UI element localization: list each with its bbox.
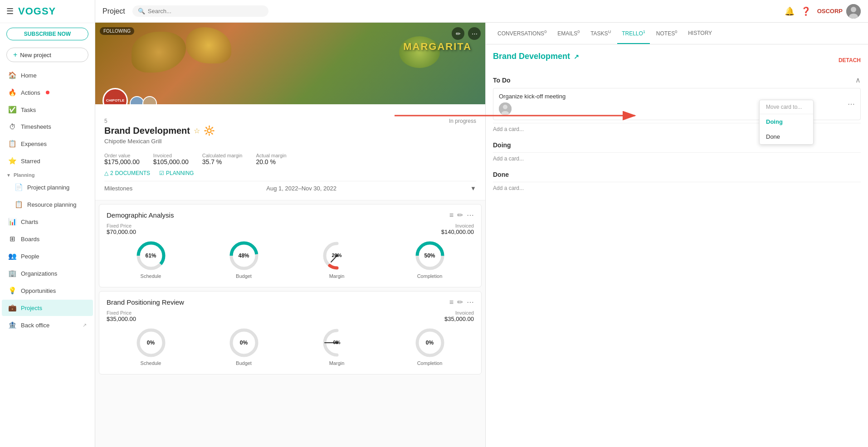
app-logo: VOGSY (18, 5, 56, 17)
completion-label-1: Completion (414, 360, 446, 366)
completion-value-1: 0% (426, 340, 434, 346)
milestones-date: Aug 1, 2022–Nov 30, 2022 (266, 185, 336, 192)
bell-icon[interactable]: 🔔 (785, 6, 795, 16)
subscribe-button[interactable]: SUBSCRIBE NOW (6, 28, 88, 40)
sidebar-item-expenses[interactable]: 📋 Expenses (2, 136, 93, 152)
service-list-icon-0[interactable]: ≡ (449, 211, 454, 219)
planning-link[interactable]: ☑ PLANNING (159, 170, 194, 176)
search-input[interactable] (148, 8, 263, 15)
calc-margin-stat: Calculated margin 35.7 % (202, 153, 243, 165)
sidebar-item-people[interactable]: 👥 People (2, 248, 93, 264)
actual-margin-value: 20.0 % (256, 158, 276, 165)
service-meta-1: Fixed Price $35,000.00 Invoiced $35,000.… (107, 310, 474, 322)
invoiced-stat: Invoiced $105,000.00 (153, 153, 189, 165)
documents-link[interactable]: △ 2 DOCUMENTS (104, 170, 150, 176)
chart-margin-1: 0% Margin (321, 327, 353, 366)
chevron-down-icon: ▼ (6, 173, 11, 178)
invoiced-value: $105,000.00 (153, 158, 189, 165)
card-menu-icon-0[interactable]: ⋯ (848, 100, 855, 108)
hero-menu-button[interactable]: ⋯ (468, 27, 481, 40)
sidebar-item-home[interactable]: 🏠 Home (2, 67, 93, 83)
planning-label: Planning (14, 172, 34, 178)
sidebar-item-resource-planning[interactable]: 📋 Resource planning (2, 196, 93, 213)
menu-icon[interactable]: ☰ (6, 6, 14, 16)
sidebar-item-opportunities[interactable]: 💡 Opportunities (2, 282, 93, 299)
sidebar-item-organizations[interactable]: 🏢 Organizations (2, 265, 93, 282)
sidebar-item-project-planning[interactable]: 📄 Project planning (2, 179, 93, 195)
hero-overlay (95, 23, 485, 104)
timesheets-icon: ⏱ (8, 123, 16, 131)
star-icon[interactable]: ☆ (194, 126, 200, 135)
margin-label-0: Margin (321, 273, 353, 279)
milestones-row[interactable]: Milestones Aug 1, 2022–Nov 30, 2022 ▼ (104, 181, 476, 195)
plus-icon: + (13, 51, 17, 59)
tab-conversations[interactable]: CONVERSATIONS0 (493, 23, 551, 44)
sidebar-item-actions[interactable]: 🔥 Actions (2, 84, 93, 101)
service-list-icon-1[interactable]: ≡ (449, 298, 454, 306)
kanban-col-doing: Doing Add a card... (493, 141, 861, 165)
service-name-0: Demographic Analysis (107, 211, 174, 219)
tasks-count: U (608, 29, 611, 34)
tab-history[interactable]: HISTORY (683, 24, 717, 44)
invoiced-label: Invoiced (153, 153, 189, 158)
col-title-todo: To Do (493, 77, 511, 84)
tab-emails[interactable]: EMAILS0 (553, 23, 584, 44)
sidebar-item-boards[interactable]: ⊞ Boards (2, 231, 93, 247)
add-card-doing[interactable]: Add a card... (493, 152, 861, 165)
dropdown-item-done[interactable]: Done (760, 129, 813, 144)
milestones-label: Milestones (104, 185, 132, 192)
project-number: 5 (104, 118, 215, 124)
order-value-label: Order value (104, 153, 140, 158)
home-icon: 🏠 (8, 71, 16, 79)
service-menu-icon-1[interactable]: ⋯ (467, 298, 474, 306)
hero-edit-button[interactable]: ✏ (452, 27, 464, 40)
col-title-doing: Doing (493, 141, 511, 149)
dropdown-item-doing[interactable]: Doing (760, 114, 813, 129)
service-menu-icon-0[interactable]: ⋯ (467, 211, 474, 219)
actual-margin-stat: Actual margin 20.0 % (256, 153, 286, 165)
detach-button[interactable]: DETACH (839, 57, 861, 63)
documents-icon: △ (104, 170, 108, 176)
tab-notes[interactable]: NOTES0 (652, 23, 682, 44)
order-value: $175,000.00 (104, 158, 140, 165)
sidebar-item-back-office[interactable]: 🏦 Back office ↗ (2, 317, 93, 333)
project-title-row: Brand Development ☆ 🔆 (104, 125, 215, 136)
service-card-1: Brand Positioning Review ≡ ✏ ⋯ Fixed Pri… (99, 291, 482, 374)
sidebar-item-timesheets[interactable]: ⏱ Timesheets (2, 119, 93, 135)
sidebar-item-charts[interactable]: 📊 Charts (2, 214, 93, 230)
project-planning-icon: 📄 (15, 183, 23, 191)
chart-schedule-1: 0% Schedule (135, 327, 167, 366)
svg-point-19 (503, 105, 507, 109)
external-link-icon[interactable]: ↗ (574, 53, 579, 60)
margin-value-0: 20% (332, 253, 341, 258)
chart-completion-0: 50% Completion (414, 240, 446, 279)
dropdown-label: Move card to... (760, 100, 813, 114)
service-edit-icon-0[interactable]: ✏ (457, 211, 463, 219)
opportunities-icon: 💡 (8, 287, 16, 295)
sidebar-item-projects[interactable]: 💼 Projects (2, 300, 93, 316)
resource-planning-icon: 📋 (15, 200, 23, 209)
project-name: Brand Development (104, 126, 190, 136)
service-edit-icon-1[interactable]: ✏ (457, 298, 463, 306)
help-icon[interactable]: ❓ (801, 6, 811, 16)
col-collapse-icon[interactable]: ∧ (855, 76, 861, 84)
search-box[interactable]: 🔍 (132, 5, 268, 17)
donut-margin-1: 0% (321, 327, 353, 359)
tab-tasks[interactable]: TASKSU (586, 23, 615, 44)
service-header-0: Demographic Analysis ≡ ✏ ⋯ (107, 211, 474, 219)
topbar-title: Project (102, 7, 125, 15)
new-project-button[interactable]: + New project (6, 48, 88, 62)
chart-completion-1: 0% Completion (414, 327, 446, 366)
tab-trello[interactable]: TRELLO1 (617, 23, 650, 44)
planning-section[interactable]: ▼ Planning (0, 170, 95, 179)
service-card-0: Demographic Analysis ≡ ✏ ⋯ Fixed Price $… (99, 204, 482, 287)
sidebar-item-tasks[interactable]: ✅ Tasks (2, 102, 93, 118)
schedule-label-1: Schedule (135, 360, 167, 366)
service-actions-0: ≡ ✏ ⋯ (449, 211, 474, 219)
col-header-todo: To Do ∧ (493, 76, 861, 84)
svg-point-1 (851, 7, 856, 12)
projects-icon: 💼 (8, 304, 16, 312)
sidebar-item-starred[interactable]: ⭐ Starred (2, 153, 93, 169)
donut-budget-0: 48% (228, 240, 260, 272)
add-card-done[interactable]: Add a card... (493, 182, 861, 194)
